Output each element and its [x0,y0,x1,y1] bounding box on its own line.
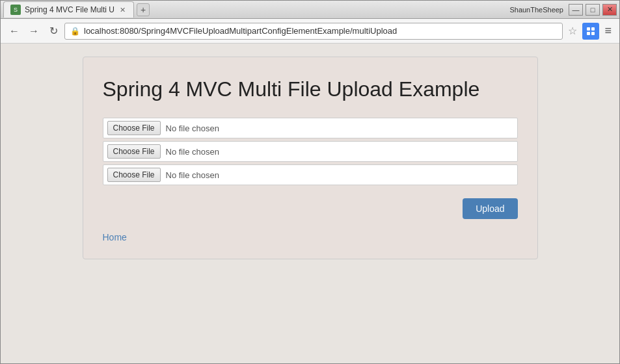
content-area: Spring 4 MVC Multi File Upload Example C… [83,57,538,350]
file-chosen-text-2: No file chosen [166,147,219,157]
svg-rect-1 [591,27,595,31]
svg-rect-2 [587,32,590,35]
upload-btn[interactable]: Upload [463,198,517,219]
tab-close-btn[interactable]: ✕ [118,6,127,14]
svg-rect-0 [587,27,590,31]
page-title: Spring 4 MVC Multi File Upload Example [103,77,518,101]
minimize-btn[interactable]: — [569,4,583,16]
new-tab-btn[interactable]: + [137,3,150,16]
page-content: Spring 4 MVC Multi File Upload Example C… [1,44,619,363]
tab-title: Spring 4 MVC File Multi U [25,5,115,14]
address-input[interactable] [84,26,557,36]
file-choose-btn-3[interactable]: Choose File [107,168,161,182]
extensions-icon [586,27,595,36]
browser-window: S Spring 4 MVC File Multi U ✕ + ShaunThe… [0,0,620,364]
title-bar-right: ShaunTheSheep — □ ✕ [509,4,617,16]
forward-btn[interactable]: → [25,23,42,40]
file-chosen-text-1: No file chosen [166,124,219,133]
file-chosen-text-3: No file chosen [166,170,219,180]
title-bar-left: S Spring 4 MVC File Multi U ✕ + [3,1,150,18]
file-input-row-3: Choose File No file chosen [103,164,518,185]
reload-btn[interactable]: ↻ [45,23,62,40]
close-btn[interactable]: ✕ [602,4,617,16]
file-input-row-2: Choose File No file chosen [103,141,518,162]
upload-row: Upload [103,198,518,219]
file-inputs-section: Choose File No file chosen Choose File N… [103,118,518,185]
bookmark-btn[interactable]: ☆ [565,25,580,37]
upload-card: Spring 4 MVC Multi File Upload Example C… [83,57,538,259]
title-bar: S Spring 4 MVC File Multi U ✕ + ShaunThe… [1,1,619,19]
browser-tab[interactable]: S Spring 4 MVC File Multi U ✕ [3,1,134,18]
address-bar-container: 🔒 [64,23,563,40]
file-choose-btn-2[interactable]: Choose File [107,144,161,159]
home-link[interactable]: Home [103,232,127,242]
tab-favicon: S [10,5,21,15]
extensions-btn[interactable] [582,23,599,40]
svg-rect-3 [591,32,595,35]
back-btn[interactable]: ← [6,23,23,40]
nav-bar: ← → ↻ 🔒 ☆ ≡ [1,19,619,44]
maximize-btn[interactable]: □ [586,4,600,16]
user-label: ShaunTheSheep [509,6,563,14]
menu-btn[interactable]: ≡ [602,24,614,38]
file-input-row-1: Choose File No file chosen [103,118,518,138]
url-icon: 🔒 [70,27,80,36]
file-choose-btn-1[interactable]: Choose File [107,121,161,135]
